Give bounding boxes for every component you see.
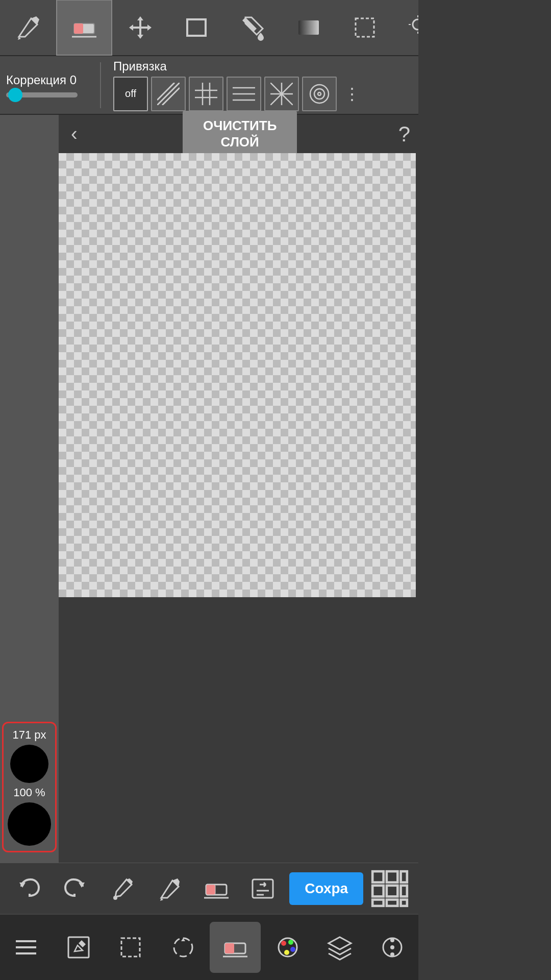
- snap-label: Привязка: [113, 59, 364, 74]
- svg-point-55: [281, 941, 286, 946]
- save-button[interactable]: Сохра: [289, 872, 363, 905]
- svg-point-57: [290, 947, 295, 952]
- svg-point-61: [390, 945, 394, 949]
- nav-menu-button[interactable]: [1, 922, 52, 973]
- nav-palette-button[interactable]: [262, 922, 313, 973]
- svg-rect-40: [387, 885, 398, 896]
- svg-rect-41: [401, 885, 407, 896]
- svg-rect-36: [372, 871, 384, 883]
- help-button[interactable]: ?: [398, 122, 410, 146]
- magic-wand-tool-button[interactable]: [393, 0, 418, 56]
- svg-point-29: [113, 896, 117, 900]
- svg-rect-44: [401, 899, 407, 905]
- left-sidebar: 171 px 100 %: [0, 115, 59, 863]
- pencil-tool-button[interactable]: [0, 0, 56, 56]
- snap-off-button[interactable]: off: [113, 77, 148, 111]
- undo-button[interactable]: [8, 868, 49, 909]
- svg-rect-31: [206, 885, 215, 895]
- correction-label: Коррекция 0: [6, 73, 88, 87]
- svg-rect-37: [387, 871, 398, 883]
- selection-tool-button[interactable]: [337, 0, 393, 56]
- canvas-wrapper: ‹ ОЧИСТИТЬСЛОЙ ?: [59, 115, 418, 863]
- brush-preview-large: [10, 745, 48, 783]
- snap-radial-button[interactable]: [302, 77, 337, 111]
- snap-horizontal-button[interactable]: [227, 77, 261, 111]
- svg-rect-49: [121, 938, 140, 957]
- svg-rect-52: [225, 943, 234, 953]
- svg-point-7: [413, 19, 418, 30]
- snap-section: Привязка off: [113, 59, 364, 111]
- export-button[interactable]: [242, 868, 283, 909]
- drawing-canvas[interactable]: [59, 153, 416, 597]
- svg-point-28: [318, 92, 321, 95]
- back-arrow-button[interactable]: ‹: [67, 119, 82, 149]
- nav-layers-button[interactable]: [314, 922, 365, 973]
- correction-slider[interactable]: [6, 92, 78, 97]
- snap-cross-button[interactable]: [264, 77, 299, 111]
- brush-size-text: 171 px: [12, 728, 46, 742]
- svg-rect-42: [372, 899, 384, 905]
- svg-point-56: [288, 940, 293, 945]
- svg-rect-3: [187, 19, 206, 36]
- brush-info: 171 px 100 %: [2, 722, 57, 852]
- second-toolbar: Коррекция 0 Привязка off: [0, 56, 418, 115]
- nav-selection-button[interactable]: [105, 922, 156, 973]
- nav-eraser-button[interactable]: [210, 922, 261, 973]
- snap-diagonal-button[interactable]: [151, 77, 186, 111]
- divider: [100, 62, 101, 108]
- svg-rect-38: [401, 871, 407, 883]
- correction-thumb[interactable]: [8, 88, 22, 102]
- svg-rect-4: [298, 20, 319, 35]
- svg-line-12: [157, 83, 180, 105]
- svg-rect-1: [74, 23, 83, 34]
- eraser-action-button[interactable]: [196, 868, 237, 909]
- top-toolbar: [0, 0, 418, 56]
- svg-rect-48: [68, 937, 89, 958]
- svg-point-26: [310, 85, 329, 103]
- snap-grid-button[interactable]: [189, 77, 223, 111]
- pencil-action-button[interactable]: [149, 868, 190, 909]
- bottom-action-bar: Сохра: [0, 863, 418, 914]
- move-tool-button[interactable]: [112, 0, 168, 56]
- svg-point-62: [390, 952, 394, 957]
- brush-opacity-text: 100 %: [13, 786, 45, 799]
- eyedropper-button[interactable]: [102, 868, 143, 909]
- clear-layer-button[interactable]: ОЧИСТИТЬСЛОЙ: [183, 111, 297, 157]
- fill-tool-button[interactable]: [224, 0, 281, 56]
- nav-settings-button[interactable]: [367, 922, 418, 973]
- correction-section: Коррекция 0: [6, 73, 88, 97]
- snap-more-button[interactable]: ⋮: [340, 84, 364, 104]
- gradient-tool-button[interactable]: [281, 0, 337, 56]
- nav-transform-button[interactable]: [158, 922, 209, 973]
- nav-edit-button[interactable]: [53, 922, 104, 973]
- svg-rect-39: [372, 885, 384, 896]
- canvas-main: 171 px 100 % ‹ ОЧИСТИТЬСЛОЙ ?: [0, 115, 418, 863]
- bottom-nav: [0, 914, 418, 980]
- rectangle-tool-button[interactable]: [168, 0, 224, 56]
- svg-rect-5: [356, 18, 374, 37]
- snap-buttons: off: [113, 77, 364, 111]
- grid-button[interactable]: [369, 868, 410, 909]
- eraser-tool-button[interactable]: [56, 0, 112, 56]
- svg-point-27: [314, 89, 324, 99]
- svg-rect-43: [387, 899, 398, 905]
- svg-point-60: [390, 938, 394, 942]
- redo-button[interactable]: [55, 868, 96, 909]
- canvas-nav: ‹ ОЧИСТИТЬСЛОЙ ?: [59, 115, 418, 153]
- svg-point-58: [284, 950, 289, 955]
- brush-preview-small: [8, 802, 51, 846]
